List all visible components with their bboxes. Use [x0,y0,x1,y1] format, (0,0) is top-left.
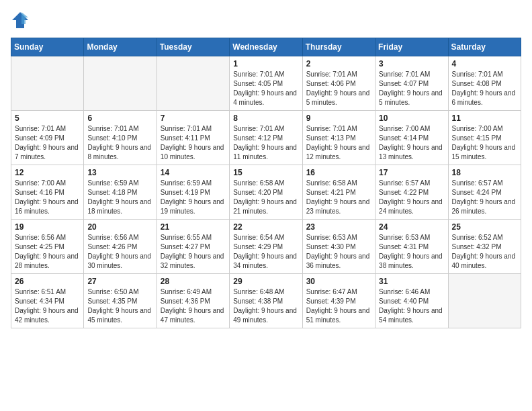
calendar-cell-w4d6: 25Sunrise: 6:52 AM Sunset: 4:32 PM Dayli… [448,220,521,274]
day-number: 18 [452,168,517,177]
day-info: Sunrise: 6:49 AM Sunset: 4:36 PM Dayligh… [161,287,226,325]
calendar-week-1: 1Sunrise: 7:01 AM Sunset: 4:05 PM Daylig… [11,56,521,111]
day-number: 19 [15,222,80,232]
weekday-header-wednesday: Wednesday [230,38,302,56]
day-number: 6 [87,113,152,123]
calendar-cell-w2d2: 7Sunrise: 7:01 AM Sunset: 4:11 PM Daylig… [157,111,229,165]
weekday-header-thursday: Thursday [302,38,375,56]
calendar-cell-w1d2 [157,56,229,111]
day-info: Sunrise: 7:01 AM Sunset: 4:06 PM Dayligh… [306,70,371,107]
calendar-cell-w2d1: 6Sunrise: 7:01 AM Sunset: 4:10 PM Daylig… [84,111,157,165]
day-number: 25 [452,222,517,232]
calendar-week-4: 19Sunrise: 6:56 AM Sunset: 4:25 PM Dayli… [11,220,521,274]
calendar-cell-w3d0: 12Sunrise: 7:00 AM Sunset: 4:16 PM Dayli… [11,165,84,220]
weekday-header-tuesday: Tuesday [157,38,229,56]
day-number: 21 [161,222,226,232]
day-number: 27 [87,277,152,286]
calendar-cell-w3d1: 13Sunrise: 6:59 AM Sunset: 4:18 PM Dayli… [84,165,157,220]
day-info: Sunrise: 6:52 AM Sunset: 4:32 PM Dayligh… [452,233,517,271]
svg-marker-1 [21,12,28,24]
calendar-cell-w5d4: 30Sunrise: 6:47 AM Sunset: 4:39 PM Dayli… [302,274,375,328]
calendar-week-2: 5Sunrise: 7:01 AM Sunset: 4:09 PM Daylig… [11,111,521,165]
day-info: Sunrise: 6:58 AM Sunset: 4:21 PM Dayligh… [306,179,371,216]
day-info: Sunrise: 6:59 AM Sunset: 4:19 PM Dayligh… [161,179,226,216]
day-number: 15 [233,168,298,177]
calendar-cell-w1d4: 2Sunrise: 7:01 AM Sunset: 4:06 PM Daylig… [302,56,375,111]
day-info: Sunrise: 7:01 AM Sunset: 4:07 PM Dayligh… [379,70,444,107]
day-number: 24 [379,222,444,232]
day-number: 11 [452,113,517,123]
calendar-cell-w5d3: 29Sunrise: 6:48 AM Sunset: 4:38 PM Dayli… [230,274,302,328]
calendar-cell-w4d1: 20Sunrise: 6:56 AM Sunset: 4:26 PM Dayli… [84,220,157,274]
weekday-header-sunday: Sunday [11,38,84,56]
day-info: Sunrise: 7:01 AM Sunset: 4:09 PM Dayligh… [15,124,80,162]
calendar-cell-w3d3: 15Sunrise: 6:58 AM Sunset: 4:20 PM Dayli… [230,165,302,220]
calendar-header: SundayMondayTuesdayWednesdayThursdayFrid… [11,38,521,56]
calendar-cell-w3d4: 16Sunrise: 6:58 AM Sunset: 4:21 PM Dayli… [302,165,375,220]
day-number: 31 [379,277,444,286]
calendar-cell-w1d0 [11,56,84,111]
calendar-body: 1Sunrise: 7:01 AM Sunset: 4:05 PM Daylig… [11,56,521,328]
day-info: Sunrise: 7:01 AM Sunset: 4:05 PM Dayligh… [233,70,298,107]
day-number: 20 [87,222,152,232]
day-info: Sunrise: 6:50 AM Sunset: 4:35 PM Dayligh… [87,287,152,325]
day-info: Sunrise: 6:47 AM Sunset: 4:39 PM Dayligh… [306,287,371,325]
calendar-cell-w4d3: 22Sunrise: 6:54 AM Sunset: 4:29 PM Dayli… [230,220,302,274]
weekday-header-saturday: Saturday [448,38,521,56]
day-info: Sunrise: 6:55 AM Sunset: 4:27 PM Dayligh… [161,233,226,271]
calendar-cell-w4d4: 23Sunrise: 6:53 AM Sunset: 4:30 PM Dayli… [302,220,375,274]
day-info: Sunrise: 6:56 AM Sunset: 4:25 PM Dayligh… [15,233,80,271]
calendar-cell-w5d0: 26Sunrise: 6:51 AM Sunset: 4:34 PM Dayli… [11,274,84,328]
day-info: Sunrise: 6:48 AM Sunset: 4:38 PM Dayligh… [233,287,298,325]
calendar-cell-w1d6: 4Sunrise: 7:01 AM Sunset: 4:08 PM Daylig… [448,56,521,111]
day-number: 2 [306,59,371,68]
day-number: 30 [306,277,371,286]
day-number: 7 [161,113,226,123]
day-number: 14 [161,168,226,177]
day-info: Sunrise: 7:01 AM Sunset: 4:10 PM Dayligh… [87,124,152,162]
day-info: Sunrise: 6:58 AM Sunset: 4:20 PM Dayligh… [233,179,298,216]
day-number: 5 [15,113,80,123]
day-number: 1 [233,59,298,68]
day-number: 17 [379,168,444,177]
day-number: 13 [87,168,152,177]
day-info: Sunrise: 7:01 AM Sunset: 4:13 PM Dayligh… [306,124,371,162]
calendar-cell-w4d0: 19Sunrise: 6:56 AM Sunset: 4:25 PM Dayli… [11,220,84,274]
calendar-cell-w2d0: 5Sunrise: 7:01 AM Sunset: 4:09 PM Daylig… [11,111,84,165]
day-info: Sunrise: 6:51 AM Sunset: 4:34 PM Dayligh… [15,287,80,325]
logo [11,11,32,30]
day-info: Sunrise: 6:53 AM Sunset: 4:31 PM Dayligh… [379,233,444,271]
day-number: 4 [452,59,517,68]
day-number: 16 [306,168,371,177]
day-info: Sunrise: 6:53 AM Sunset: 4:30 PM Dayligh… [306,233,371,271]
day-info: Sunrise: 7:00 AM Sunset: 4:14 PM Dayligh… [379,124,444,162]
day-number: 28 [161,277,226,286]
calendar-cell-w2d4: 9Sunrise: 7:01 AM Sunset: 4:13 PM Daylig… [302,111,375,165]
day-number: 23 [306,222,371,232]
calendar-cell-w1d3: 1Sunrise: 7:01 AM Sunset: 4:05 PM Daylig… [230,56,302,111]
day-info: Sunrise: 7:01 AM Sunset: 4:11 PM Dayligh… [161,124,226,162]
day-number: 12 [15,168,80,177]
day-info: Sunrise: 7:00 AM Sunset: 4:15 PM Dayligh… [452,124,517,162]
calendar-cell-w2d3: 8Sunrise: 7:01 AM Sunset: 4:12 PM Daylig… [230,111,302,165]
weekday-header-monday: Monday [84,38,157,56]
svg-marker-0 [12,12,28,28]
day-info: Sunrise: 7:01 AM Sunset: 4:08 PM Dayligh… [452,70,517,107]
calendar-cell-w3d2: 14Sunrise: 6:59 AM Sunset: 4:19 PM Dayli… [157,165,229,220]
day-number: 29 [233,277,298,286]
calendar-week-3: 12Sunrise: 7:00 AM Sunset: 4:16 PM Dayli… [11,165,521,220]
day-info: Sunrise: 6:57 AM Sunset: 4:24 PM Dayligh… [452,179,517,216]
calendar-cell-w5d2: 28Sunrise: 6:49 AM Sunset: 4:36 PM Dayli… [157,274,229,328]
day-info: Sunrise: 6:57 AM Sunset: 4:22 PM Dayligh… [379,179,444,216]
day-number: 3 [379,59,444,68]
day-info: Sunrise: 6:56 AM Sunset: 4:26 PM Dayligh… [87,233,152,271]
day-number: 22 [233,222,298,232]
calendar-table: SundayMondayTuesdayWednesdayThursdayFrid… [11,38,521,328]
day-number: 9 [306,113,371,123]
day-info: Sunrise: 6:54 AM Sunset: 4:29 PM Dayligh… [233,233,298,271]
page-header [11,11,521,30]
day-info: Sunrise: 6:59 AM Sunset: 4:18 PM Dayligh… [87,179,152,216]
calendar-cell-w1d1 [84,56,157,111]
calendar-cell-w3d6: 18Sunrise: 6:57 AM Sunset: 4:24 PM Dayli… [448,165,521,220]
day-info: Sunrise: 6:46 AM Sunset: 4:40 PM Dayligh… [379,287,444,325]
